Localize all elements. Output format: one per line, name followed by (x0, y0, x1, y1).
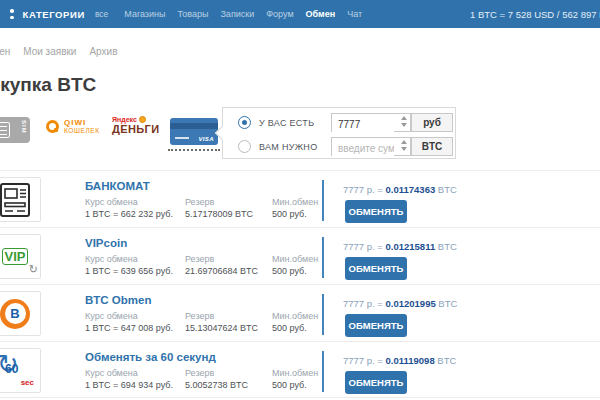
top-navbar: КАТЕГОРИИ все Магазины Товары Записки Фо… (0, 0, 600, 28)
sim-label: SIM (21, 120, 27, 134)
yandex-label-1: Яндекс (112, 116, 137, 123)
menu-item-exchange[interactable]: Обмен (306, 9, 336, 19)
menu-item-goods[interactable]: Товары (177, 9, 208, 19)
need-currency-label: BTC (422, 141, 443, 152)
price-separator (322, 351, 324, 392)
categories-all-link[interactable]: все (95, 9, 108, 19)
exchange-button[interactable]: ОБМЕНЯТЬ (345, 257, 407, 280)
visa-label: VISA (198, 136, 214, 142)
min-exchange-value: 500 руб. (272, 323, 307, 333)
vip-icon-text: VIP (2, 248, 29, 266)
60-seconds-icon: ↻ 60 sec (0, 348, 41, 393)
icon-60-text: 60 (5, 362, 18, 376)
menu-item-chat[interactable]: Чат (347, 9, 362, 19)
categories-menu-icon[interactable] (10, 9, 14, 19)
reserve-value: 15.13047624 BTC (185, 323, 258, 333)
reserve-label: Резерв (185, 197, 214, 207)
have-amount-input[interactable] (332, 116, 394, 133)
min-exchange-value: 500 руб. (272, 209, 307, 219)
sim-chip (0, 122, 10, 138)
need-currency-addon: BTC (411, 137, 453, 156)
selected-method-underline (168, 149, 220, 151)
yandex-money-payment-icon[interactable]: Яндекс ДЕНЬГИ (112, 116, 160, 135)
have-currency-label: руб (423, 117, 441, 128)
converted-amount: 7777 р. = 0.01119098 BTC (343, 355, 456, 366)
qiwi-logo-ring (46, 120, 59, 133)
atm-icon (0, 177, 41, 222)
offer-row-vipcoin: VIP ↻ VIPcoin Курс обмена Резерв Мин.обм… (0, 227, 600, 284)
min-exchange-value: 500 руб. (272, 380, 307, 390)
need-amount-label: ВАМ НУЖНО (259, 142, 317, 152)
exchange-subnav: Обмен Мои заявки Архив (0, 46, 117, 57)
bitcoin-icon: B (0, 291, 41, 336)
subnav-item-my-orders[interactable]: Мои заявки (23, 46, 76, 57)
converted-amount: 7777 р. = 0.01215811 BTC (343, 241, 457, 252)
reserve-value: 5.17178009 BTC (185, 209, 253, 219)
offer-name-link[interactable]: БАНКОМАТ (85, 180, 150, 192)
offer-name-link[interactable]: VIPcoin (85, 237, 127, 249)
have-amount-stepper[interactable] (401, 116, 407, 127)
site-logo[interactable]: КАТЕГОРИИ (23, 9, 85, 20)
rate-value: 1 BTC = 694 934 руб. (85, 380, 173, 390)
offer-row-btc-obmen: B BTC Obmen Курс обмена Резерв Мин.обмен… (0, 284, 600, 341)
have-currency-addon: руб (411, 113, 453, 132)
offer-name-link[interactable]: Обменять за 60 секунд (85, 351, 216, 363)
menu-item-shops[interactable]: Магазины (124, 9, 165, 19)
bank-card-payment-icon[interactable]: VISA (170, 118, 218, 145)
need-amount-stepper[interactable] (401, 140, 407, 151)
icon-sec-text: sec (21, 378, 34, 387)
min-exchange-value: 500 руб. (272, 266, 307, 276)
menu-item-forum[interactable]: Форум (266, 9, 293, 19)
price-separator (322, 180, 324, 221)
offers-list: БАНКОМАТ Курс обмена Резерв Мин.обмен 1 … (0, 170, 600, 398)
qiwi-label-2: КОШЕЛЕК (64, 127, 100, 134)
have-amount-label: У ВАС ЕСТЬ (259, 118, 314, 128)
exchange-button[interactable]: ОБМЕНЯТЬ (345, 314, 407, 337)
rate-value: 1 BTC = 662 232 руб. (85, 209, 173, 219)
rate-label: Курс обмена (85, 368, 138, 378)
have-amount-input-wrap (331, 113, 411, 132)
converted-amount: 7777 р. = 0.01201995 BTC (343, 298, 457, 309)
rate-label: Курс обмена (85, 254, 138, 264)
price-separator (322, 294, 324, 335)
card-number-dashes (175, 137, 189, 139)
rate-label: Курс обмена (85, 311, 138, 321)
page-title: Покупка BTC (0, 74, 96, 96)
yandex-label-2: ДЕНЬГИ (112, 123, 160, 135)
amount-form-panel: У ВАС ЕСТЬ руб ВАМ НУЖНО BTC (222, 107, 456, 159)
reserve-label: Резерв (185, 368, 214, 378)
yandex-coin-icon (139, 116, 146, 123)
offer-row-60-seconds: ↻ 60 sec Обменять за 60 секунд Курс обме… (0, 341, 600, 398)
vipcoin-icon: VIP ↻ (0, 234, 41, 279)
menu-item-notes[interactable]: Записки (220, 9, 254, 19)
qiwi-label-1: QIWI (64, 118, 100, 127)
need-amount-input[interactable] (332, 140, 394, 157)
rate-value: 1 BTC = 647 008 руб. (85, 323, 173, 333)
card-stripe (170, 123, 218, 129)
btc-rate-ticker: 1 BTC = 7 528 USD / 562 897 RUB (470, 9, 600, 20)
exchange-button[interactable]: ОБМЕНЯТЬ (345, 200, 407, 223)
reserve-value: 21.69706684 BTC (185, 266, 258, 276)
reserve-label: Резерв (185, 311, 214, 321)
have-amount-radio[interactable] (238, 116, 251, 129)
min-exchange-label: Мин.обмен (272, 368, 318, 378)
price-separator (322, 237, 324, 278)
need-amount-radio[interactable] (238, 140, 251, 153)
min-exchange-label: Мин.обмен (272, 197, 318, 207)
min-exchange-label: Мин.обмен (272, 311, 318, 321)
reserve-value: 5.0052738 BTC (185, 380, 248, 390)
bitcoin-b-text: B (5, 303, 26, 324)
main-menu: Магазины Товары Записки Форум Обмен Чат (124, 9, 362, 19)
min-exchange-label: Мин.обмен (272, 254, 318, 264)
rate-value: 1 BTC = 639 656 руб. (85, 266, 173, 276)
sim-payment-icon[interactable]: SIM (0, 117, 30, 143)
offer-row-bankomat: БАНКОМАТ Курс обмена Резерв Мин.обмен 1 … (0, 170, 600, 227)
offer-name-link[interactable]: BTC Obmen (85, 294, 151, 306)
converted-amount: 7777 р. = 0.01174363 BTC (343, 184, 457, 195)
subnav-item-archive[interactable]: Архив (89, 46, 117, 57)
qiwi-payment-icon[interactable]: QIWI КОШЕЛЕК (46, 118, 100, 134)
need-amount-input-wrap (331, 137, 411, 156)
reserve-label: Резерв (185, 254, 214, 264)
exchange-button[interactable]: ОБМЕНЯТЬ (345, 371, 407, 394)
subnav-item-exchange[interactable]: Обмен (0, 46, 10, 57)
